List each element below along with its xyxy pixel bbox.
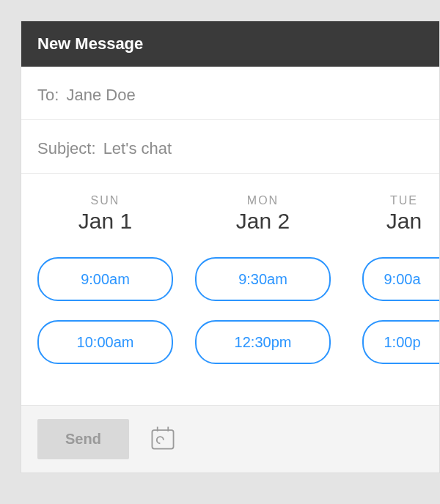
time-slot-label: 9:00a [384, 271, 421, 288]
to-field[interactable]: To: Jane Doe [21, 67, 439, 120]
day-column: SUN Jan 1 9:00am 10:00am [37, 194, 173, 383]
to-value: Jane Doe [66, 86, 135, 104]
day-column: MON Jan 2 9:30am 12:30pm [195, 194, 331, 383]
time-slot[interactable]: 12:30pm [195, 320, 331, 364]
compose-footer: Send [21, 405, 439, 472]
time-slot[interactable]: 1:00p [362, 320, 440, 364]
subject-value: Let's chat [103, 139, 172, 158]
compose-window: New Message To: Jane Doe Subject: Let's … [21, 21, 440, 473]
day-column: TUE Jan 9:00a 1:00p [353, 194, 439, 383]
subject-label: Subject: [37, 139, 96, 158]
schedule-picker: SUN Jan 1 9:00am 10:00am MON Jan 2 9:30a… [21, 174, 439, 405]
date-label: Jan [386, 209, 422, 234]
weekday-label: TUE [390, 194, 418, 207]
time-slot-label: 10:00am [77, 334, 134, 351]
subject-field[interactable]: Subject: Let's chat [21, 120, 439, 174]
weekday-label: SUN [91, 194, 120, 207]
time-slot[interactable]: 10:00am [37, 320, 173, 364]
date-label: Jan 2 [236, 209, 290, 234]
weekday-label: MON [247, 194, 279, 207]
time-slot-label: 1:00p [384, 334, 421, 351]
time-slot[interactable]: 9:30am [195, 257, 331, 301]
time-slot[interactable]: 9:00am [37, 257, 173, 301]
time-slot[interactable]: 9:00a [362, 257, 440, 301]
send-button[interactable]: Send [37, 419, 129, 459]
to-label: To: [37, 86, 59, 104]
window-title-bar: New Message [21, 21, 439, 67]
calendar-icon [148, 423, 177, 455]
send-button-label: Send [65, 431, 101, 447]
time-slot-label: 9:30am [238, 271, 287, 288]
time-slot-label: 9:00am [81, 271, 130, 288]
window-title: New Message [37, 34, 143, 53]
date-label: Jan 1 [78, 209, 132, 234]
calendar-button[interactable] [145, 420, 180, 458]
time-slot-label: 12:30pm [235, 334, 292, 351]
